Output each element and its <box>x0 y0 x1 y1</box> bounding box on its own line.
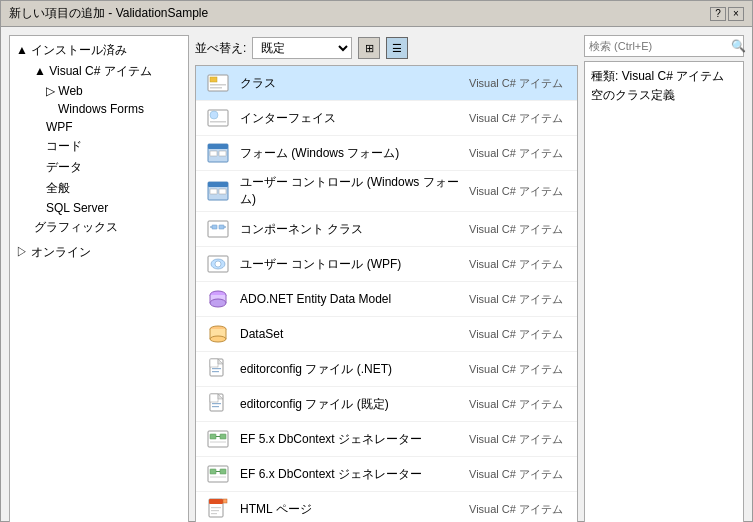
item-name: クラス <box>240 75 469 92</box>
svg-point-5 <box>210 111 218 119</box>
table-row[interactable]: コンポーネント クラスVisual C# アイテム <box>196 212 577 247</box>
tree-web-label: ▷ Web <box>46 84 83 98</box>
item-icon <box>204 495 232 522</box>
tree-sql[interactable]: SQL Server <box>10 199 188 217</box>
table-row[interactable]: DataSetVisual C# アイテム <box>196 317 577 352</box>
tree-data-label: データ <box>46 159 82 176</box>
svg-rect-16 <box>212 225 217 229</box>
svg-point-22 <box>215 261 221 267</box>
table-row[interactable]: editorconfig ファイル (既定)Visual C# アイテム <box>196 387 577 422</box>
svg-rect-51 <box>211 510 219 511</box>
item-name: ユーザー コントロール (WPF) <box>240 256 469 273</box>
tree-code[interactable]: コード <box>10 136 188 157</box>
item-category: Visual C# アイテム <box>469 292 569 307</box>
item-icon <box>204 139 232 167</box>
svg-rect-15 <box>208 221 228 237</box>
table-row[interactable]: ユーザー コントロール (WPF)Visual C# アイテム <box>196 247 577 282</box>
toolbar: 並べ替え: 既定 ⊞ ☰ <box>195 35 578 61</box>
table-row[interactable]: ADO.NET Entity Data ModelVisual C# アイテム <box>196 282 577 317</box>
svg-rect-30 <box>212 368 221 369</box>
title-bar: 新しい項目の追加 - ValidationSample ? × <box>1 1 752 27</box>
tree-online[interactable]: ▷ オンライン <box>10 242 188 263</box>
item-category: Visual C# アイテム <box>469 76 569 91</box>
item-category: Visual C# アイテム <box>469 111 569 126</box>
svg-rect-31 <box>212 371 219 372</box>
info-kind-value: Visual C# アイテム <box>622 69 724 83</box>
info-description: 空のクラス定義 <box>591 87 737 104</box>
item-category: Visual C# アイテム <box>469 502 569 517</box>
search-input[interactable] <box>585 40 731 52</box>
table-row[interactable]: フォーム (Windows フォーム)Visual C# アイテム <box>196 136 577 171</box>
item-category: Visual C# アイテム <box>469 257 569 272</box>
svg-rect-36 <box>212 406 219 407</box>
svg-rect-40 <box>220 434 226 439</box>
svg-rect-9 <box>210 151 217 156</box>
item-name: DataSet <box>240 327 469 341</box>
tree-web[interactable]: ▷ Web <box>10 82 188 100</box>
item-category: Visual C# アイテム <box>469 397 569 412</box>
table-row[interactable]: ユーザー コントロール (Windows フォーム)Visual C# アイテム <box>196 171 577 212</box>
svg-rect-17 <box>219 225 224 229</box>
sort-select[interactable]: 既定 <box>252 37 352 59</box>
help-button[interactable]: ? <box>710 7 726 21</box>
tree-wpf[interactable]: WPF <box>10 118 188 136</box>
list-view-button[interactable]: ☰ <box>386 37 408 59</box>
search-icon[interactable]: 🔍 <box>731 36 746 56</box>
tree-code-label: コード <box>46 138 82 155</box>
tree-online-label: ▷ オンライン <box>16 244 91 261</box>
item-name: インターフェイス <box>240 110 469 127</box>
tree-installed[interactable]: ▲ インストール済み <box>10 40 188 61</box>
item-category: Visual C# アイテム <box>469 467 569 482</box>
svg-rect-13 <box>210 189 217 194</box>
tree-sql-label: SQL Server <box>46 201 108 215</box>
table-row[interactable]: インターフェイスVisual C# アイテム <box>196 101 577 136</box>
svg-rect-28 <box>210 359 218 367</box>
svg-rect-38 <box>210 434 216 439</box>
center-panel: 並べ替え: 既定 ⊞ ☰ クラスVisual C# アイテム <box>195 35 578 522</box>
svg-point-24 <box>210 299 226 307</box>
tree-graphics[interactable]: グラフィックス <box>10 217 188 238</box>
tree-graphics-label: グラフィックス <box>34 219 118 236</box>
item-name: EF 6.x DbContext ジェネレーター <box>240 466 469 483</box>
info-kind-label: 種類: <box>591 69 618 83</box>
svg-rect-1 <box>210 77 217 82</box>
tree-all[interactable]: 全般 <box>10 178 188 199</box>
table-row[interactable]: クラスVisual C# アイテム <box>196 66 577 101</box>
item-category: Visual C# アイテム <box>469 362 569 377</box>
item-category: Visual C# アイテム <box>469 327 569 342</box>
close-button[interactable]: × <box>728 7 744 21</box>
search-box[interactable]: 🔍 <box>584 35 744 57</box>
item-icon <box>204 69 232 97</box>
item-icon <box>204 355 232 383</box>
svg-rect-48 <box>209 499 223 504</box>
tree-visual-csharp[interactable]: ▲ Visual C# アイテム <box>10 61 188 82</box>
item-name: EF 5.x DbContext ジェネレーター <box>240 431 469 448</box>
tree-data[interactable]: データ <box>10 157 188 178</box>
item-icon <box>204 390 232 418</box>
item-name: コンポーネント クラス <box>240 221 469 238</box>
table-row[interactable]: editorconfig ファイル (.NET)Visual C# アイテム <box>196 352 577 387</box>
item-name: ユーザー コントロール (Windows フォーム) <box>240 174 469 208</box>
main-area: ▲ インストール済み ▲ Visual C# アイテム ▷ Web Window… <box>9 35 744 522</box>
item-icon <box>204 250 232 278</box>
svg-rect-50 <box>211 507 221 508</box>
item-icon <box>204 320 232 348</box>
svg-rect-52 <box>211 513 217 514</box>
dialog: 新しい項目の追加 - ValidationSample ? × ▲ インストール… <box>0 0 753 522</box>
item-category: Visual C# アイテム <box>469 184 569 199</box>
grid-view-button[interactable]: ⊞ <box>358 37 380 59</box>
table-row[interactable]: HTML ページVisual C# アイテム <box>196 492 577 522</box>
item-name: フォーム (Windows フォーム) <box>240 145 469 162</box>
item-icon <box>204 177 232 205</box>
svg-rect-3 <box>210 87 222 89</box>
right-panel: 🔍 種類: Visual C# アイテム 空のクラス定義 <box>584 35 744 522</box>
item-name: ADO.NET Entity Data Model <box>240 292 469 306</box>
item-list: クラスVisual C# アイテム インターフェイスVisual C# アイテム… <box>195 65 578 522</box>
item-category: Visual C# アイテム <box>469 222 569 237</box>
svg-rect-8 <box>208 144 228 149</box>
table-row[interactable]: EF 5.x DbContext ジェネレーターVisual C# アイテム <box>196 422 577 457</box>
tree-all-label: 全般 <box>46 180 70 197</box>
tree-windows-forms[interactable]: Windows Forms <box>10 100 188 118</box>
table-row[interactable]: EF 6.x DbContext ジェネレーターVisual C# アイテム <box>196 457 577 492</box>
dialog-title: 新しい項目の追加 - ValidationSample <box>9 5 208 22</box>
